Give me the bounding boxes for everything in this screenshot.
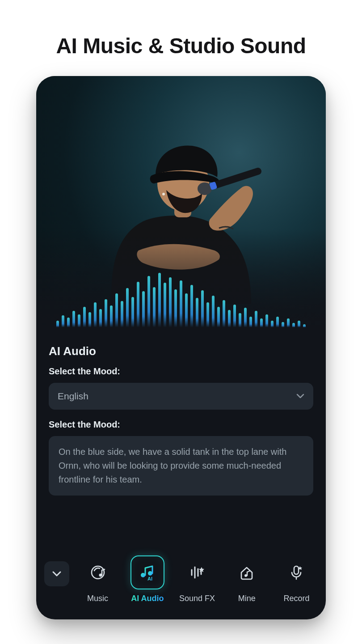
tab-label: Record — [283, 594, 309, 603]
music-icon — [89, 564, 107, 581]
prompt-textbox[interactable]: On the blue side, we have a solid tank i… — [49, 436, 313, 496]
svg-rect-4 — [209, 167, 262, 190]
tab-label: Sound FX — [179, 594, 215, 603]
svg-rect-16 — [294, 566, 299, 574]
svg-point-3 — [198, 182, 212, 195]
ai-audio-panel: AI Audio Select the Mood: English Select… — [36, 331, 326, 496]
language-select-value: English — [58, 391, 88, 402]
phone-frame: AI Audio Select the Mood: English Select… — [36, 76, 326, 619]
bottom-tab-bar: Music AI AI Audio — [36, 549, 326, 619]
tab-music[interactable]: Music — [76, 555, 119, 603]
svg-point-2 — [162, 193, 165, 195]
page-title: AI Music & Studio Sound — [0, 0, 362, 76]
chevron-down-icon — [296, 394, 304, 399]
svg-rect-0 — [174, 198, 191, 217]
microphone-icon — [287, 564, 305, 581]
svg-rect-5 — [209, 182, 217, 191]
language-select[interactable]: English — [49, 383, 313, 410]
tab-sound-fx[interactable]: Sound FX — [176, 555, 218, 603]
tab-ai-audio[interactable]: AI AI Audio — [126, 555, 168, 603]
svg-text:AI: AI — [147, 576, 152, 581]
tab-mine[interactable]: Mine — [226, 555, 268, 603]
collapse-button[interactable] — [44, 561, 69, 586]
mood-text-label: Select the Mood: — [49, 419, 313, 430]
ai-audio-icon: AI — [138, 563, 157, 582]
tab-record[interactable]: Record — [275, 555, 318, 603]
waveform-icon — [36, 273, 326, 331]
chevron-down-icon — [52, 571, 62, 577]
svg-point-1 — [157, 156, 209, 211]
tab-label: AI Audio — [131, 594, 164, 603]
home-music-icon — [238, 564, 256, 581]
panel-title: AI Audio — [49, 344, 313, 358]
hero-image — [36, 76, 326, 331]
sound-fx-icon — [188, 564, 206, 581]
tab-label: Music — [87, 594, 108, 603]
mood-select-label: Select the Mood: — [49, 366, 313, 377]
tab-label: Mine — [238, 594, 256, 603]
